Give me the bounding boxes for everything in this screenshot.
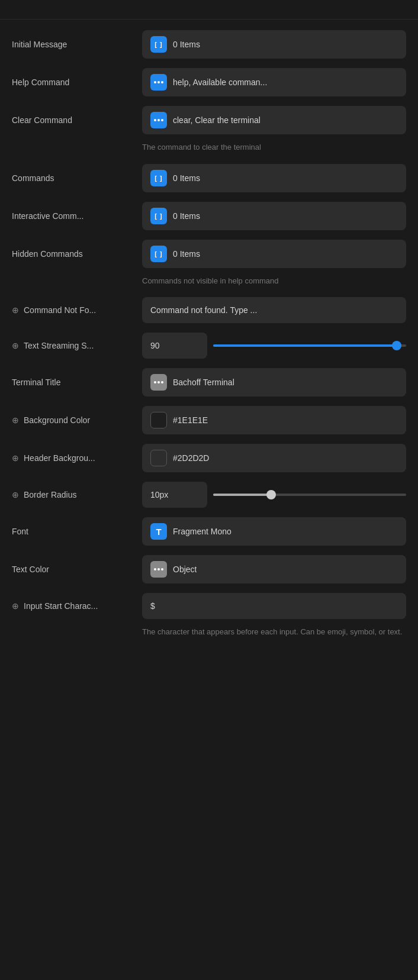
label-header-background: ⊕Header Backgrou...	[12, 453, 142, 463]
label-text-color: Text Color	[12, 565, 142, 574]
slider-value-box-border-radius[interactable]: 10px	[142, 482, 207, 508]
row-clear-command: Clear Commandclear, Clear the terminal	[0, 101, 418, 139]
slider-thumb-text-streaming-speed[interactable]	[392, 341, 401, 350]
value-text-command-not-found: Command not found. Type ...	[150, 305, 257, 315]
value-text-input-start-char: $	[150, 601, 155, 611]
row-input-start-char: ⊕Input Start Charac...$	[0, 588, 418, 624]
value-container-interactive-commands: [ ]0 Items	[142, 202, 406, 230]
value-text-help-command: help, Available comman...	[173, 78, 267, 87]
plus-icon-text-streaming-speed[interactable]: ⊕	[12, 341, 19, 350]
row-background-color: ⊕Background Color#1E1E1E	[0, 401, 418, 439]
value-box-terminal-title[interactable]: Bachoff Terminal	[142, 368, 406, 396]
value-text-hidden-commands: 0 Items	[173, 249, 200, 259]
value-container-input-start-char: $	[142, 593, 406, 619]
label-text-text-streaming-speed: Text Streaming S...	[24, 341, 94, 350]
value-box-commands[interactable]: [ ]0 Items	[142, 164, 406, 192]
slider-fill-text-streaming-speed	[213, 344, 397, 347]
slider-track-border-radius[interactable]	[213, 494, 406, 496]
plus-icon-command-not-found[interactable]: ⊕	[12, 305, 19, 315]
label-border-radius: ⊕Border Radius	[12, 490, 142, 499]
label-text-initial-message: Initial Message	[12, 40, 67, 49]
label-text-clear-command: Clear Command	[12, 115, 72, 125]
label-text-hidden-commands: Hidden Commands	[12, 249, 83, 259]
label-text-terminal-title: Terminal Title	[12, 378, 60, 387]
value-box-input-start-char[interactable]: $	[142, 593, 406, 619]
slider-value-text-streaming-speed: 90	[150, 341, 160, 350]
label-input-start-char: ⊕Input Start Charac...	[12, 601, 142, 611]
plus-icon-input-start-char[interactable]: ⊕	[12, 601, 19, 611]
value-container-commands: [ ]0 Items	[142, 164, 406, 192]
value-box-clear-command[interactable]: clear, Clear the terminal	[142, 106, 406, 134]
content: Initial Message[ ]0 ItemsHelp Commandhel…	[0, 20, 418, 650]
plus-icon-header-background[interactable]: ⊕	[12, 453, 19, 463]
value-text-clear-command: clear, Clear the terminal	[173, 115, 261, 125]
label-command-not-found: ⊕Command Not Fo...	[12, 305, 142, 315]
value-text-background-color: #1E1E1E	[173, 415, 208, 425]
value-box-help-command[interactable]: help, Available comman...	[142, 68, 406, 96]
label-text-input-start-char: Input Start Charac...	[24, 601, 98, 611]
row-terminal-title: Terminal TitleBachoff Terminal	[0, 363, 418, 401]
row-hidden-commands: Hidden Commands[ ]0 Items	[0, 235, 418, 273]
label-commands: Commands	[12, 173, 142, 183]
value-container-text-streaming-speed: 90	[142, 333, 406, 359]
label-clear-command: Clear Command	[12, 115, 142, 125]
value-text-interactive-commands: 0 Items	[173, 211, 200, 221]
value-box-header-background[interactable]: #2D2D2D	[142, 444, 406, 472]
row-help-command: Help Commandhelp, Available comman...	[0, 63, 418, 101]
row-header-background: ⊕Header Backgrou...#2D2D2D	[0, 439, 418, 477]
value-text-header-background: #2D2D2D	[173, 453, 209, 463]
slider-container-text-streaming-speed: 90	[142, 333, 406, 359]
row-text-color: Text ColorObject	[0, 550, 418, 588]
row-command-not-found: ⊕Command Not Fo...Command not found. Typ…	[0, 292, 418, 328]
row-interactive-commands: Interactive Comm...[ ]0 Items	[0, 197, 418, 235]
label-text-header-background: Header Backgrou...	[24, 453, 95, 463]
label-text-help-command: Help Command	[12, 78, 69, 87]
value-box-initial-message[interactable]: [ ]0 Items	[142, 30, 406, 59]
row-initial-message: Initial Message[ ]0 Items	[0, 25, 418, 63]
value-container-clear-command: clear, Clear the terminal	[142, 106, 406, 134]
label-text-commands: Commands	[12, 173, 54, 183]
value-container-initial-message: [ ]0 Items	[142, 30, 406, 59]
value-container-text-color: Object	[142, 555, 406, 584]
label-font: Font	[12, 527, 142, 536]
value-container-command-not-found: Command not found. Type ...	[142, 297, 406, 323]
label-initial-message: Initial Message	[12, 40, 142, 49]
value-container-hidden-commands: [ ]0 Items	[142, 240, 406, 268]
plus-icon-background-color[interactable]: ⊕	[12, 415, 19, 425]
label-text-border-radius: Border Radius	[24, 490, 77, 499]
label-text-command-not-found: Command Not Fo...	[24, 305, 96, 315]
value-container-border-radius: 10px	[142, 482, 406, 508]
value-box-hidden-commands[interactable]: [ ]0 Items	[142, 240, 406, 268]
hint-hidden-commands: Commands not visible in help command	[0, 273, 418, 293]
label-text-interactive-commands: Interactive Comm...	[12, 211, 83, 221]
value-container-help-command: help, Available comman...	[142, 68, 406, 96]
value-box-interactive-commands[interactable]: [ ]0 Items	[142, 202, 406, 230]
label-text-font: Font	[12, 527, 28, 536]
label-text-background-color: Background Color	[24, 415, 90, 425]
value-text-terminal-title: Bachoff Terminal	[173, 378, 234, 387]
label-text-text-color: Text Color	[12, 565, 49, 574]
value-container-header-background: #2D2D2D	[142, 444, 406, 472]
value-text-text-color: Object	[173, 565, 197, 574]
value-text-font: Fragment Mono	[173, 527, 231, 536]
hint-input-start-char: The character that appears before each i…	[0, 624, 418, 644]
row-border-radius: ⊕Border Radius10px	[0, 477, 418, 512]
slider-value-box-text-streaming-speed[interactable]: 90	[142, 333, 207, 359]
value-box-background-color[interactable]: #1E1E1E	[142, 406, 406, 434]
value-container-terminal-title: Bachoff Terminal	[142, 368, 406, 396]
slider-value-border-radius: 10px	[150, 490, 168, 499]
label-help-command: Help Command	[12, 78, 142, 87]
slider-container-border-radius: 10px	[142, 482, 406, 508]
slider-fill-border-radius	[213, 494, 271, 496]
label-interactive-commands: Interactive Comm...	[12, 211, 142, 221]
value-box-font[interactable]: TFragment Mono	[142, 517, 406, 546]
value-box-command-not-found[interactable]: Command not found. Type ...	[142, 297, 406, 323]
plus-icon-border-radius[interactable]: ⊕	[12, 490, 19, 499]
value-box-text-color[interactable]: Object	[142, 555, 406, 584]
row-font: FontTFragment Mono	[0, 512, 418, 550]
slider-thumb-border-radius[interactable]	[266, 490, 276, 499]
value-text-initial-message: 0 Items	[173, 40, 200, 49]
value-container-font: TFragment Mono	[142, 517, 406, 546]
label-hidden-commands: Hidden Commands	[12, 249, 142, 259]
slider-track-text-streaming-speed[interactable]	[213, 344, 406, 347]
